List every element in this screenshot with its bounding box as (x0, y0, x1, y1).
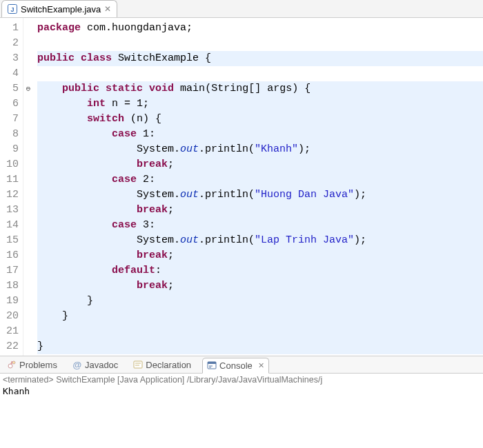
code-line[interactable]: System.out.println("Khanh"); (37, 142, 483, 157)
code-content[interactable]: package com.huongdanjava;public class Sw… (33, 18, 483, 356)
line-number: 9 (6, 142, 19, 157)
editor-tab-active[interactable]: J SwitchExample.java ✕ (1, 0, 117, 17)
editor-tab-label: SwitchExample.java (21, 4, 101, 14)
code-line[interactable]: package com.huongdanjava; (37, 21, 483, 36)
fold-spacer (23, 157, 33, 172)
code-line[interactable] (37, 66, 483, 81)
line-number: 19 (6, 294, 19, 309)
declaration-icon (133, 360, 143, 369)
line-number: 6 (6, 96, 19, 112)
java-file-icon: J (8, 4, 17, 14)
svg-point-4 (12, 361, 15, 364)
tab-label: Problems (19, 360, 57, 370)
line-number: 20 (6, 309, 19, 324)
line-number: 8 (6, 127, 19, 142)
fold-toggle-icon[interactable]: ⊖ (23, 81, 33, 96)
line-number: 12 (6, 187, 19, 203)
fold-spacer (23, 218, 33, 233)
fold-spacer (23, 248, 33, 263)
code-line[interactable]: public class SwitchExample { (37, 51, 483, 66)
line-number: 2 (6, 36, 19, 51)
tab-javadoc[interactable]: @Javadoc (68, 358, 122, 372)
code-line[interactable] (37, 36, 483, 51)
code-line[interactable]: } (37, 294, 483, 309)
line-number: 14 (6, 218, 19, 233)
fold-spacer (23, 112, 33, 127)
line-number: 4 (6, 66, 19, 81)
problems-icon (7, 360, 17, 369)
code-line[interactable]: break; (37, 157, 483, 172)
fold-spacer (23, 187, 33, 203)
tab-label: Declaration (146, 360, 191, 370)
code-line[interactable] (37, 324, 483, 339)
code-line[interactable]: } (37, 309, 483, 324)
line-number: 5 (6, 81, 19, 96)
fold-spacer (23, 233, 33, 248)
console-output: Khanh (3, 386, 480, 396)
fold-spacer (23, 309, 33, 324)
line-number: 17 (6, 263, 19, 278)
fold-spacer (23, 263, 33, 278)
line-number: 21 (6, 324, 19, 339)
fold-spacer (23, 294, 33, 309)
line-number: 15 (6, 233, 19, 248)
line-number: 11 (6, 172, 19, 187)
code-line[interactable]: public static void main(String[] args) { (37, 81, 483, 96)
tab-label: Console (219, 360, 253, 371)
svg-point-2 (8, 364, 12, 368)
line-number: 7 (6, 112, 19, 127)
code-line[interactable]: switch (n) { (37, 112, 483, 127)
code-line[interactable]: int n = 1; (37, 96, 483, 112)
fold-spacer (23, 21, 33, 36)
svg-rect-9 (208, 362, 216, 364)
fold-spacer (23, 142, 33, 157)
svg-text:J: J (10, 6, 14, 13)
console-status: <terminated> SwitchExample [Java Applica… (3, 375, 480, 385)
fold-gutter: ⊖ (23, 18, 33, 356)
line-number: 18 (6, 278, 19, 294)
javadoc-icon: @ (72, 360, 82, 369)
code-line[interactable]: } (37, 339, 483, 354)
line-number-gutter: 12345678910111213141516171819202122 (0, 18, 23, 356)
code-line[interactable]: case 1: (37, 127, 483, 142)
fold-spacer (23, 172, 33, 187)
fold-spacer (23, 278, 33, 294)
fold-spacer (23, 339, 33, 354)
tab-console[interactable]: Console✕ (202, 358, 269, 374)
code-line[interactable]: break; (37, 203, 483, 218)
tab-problems[interactable]: Problems (3, 358, 61, 372)
fold-spacer (23, 36, 33, 51)
code-line[interactable]: break; (37, 248, 483, 263)
code-editor[interactable]: 12345678910111213141516171819202122 ⊖ pa… (0, 18, 483, 356)
line-number: 16 (6, 248, 19, 263)
fold-spacer (23, 51, 33, 66)
line-number: 10 (6, 157, 19, 172)
editor-tab-bar: J SwitchExample.java ✕ (0, 0, 483, 18)
code-line[interactable]: System.out.println("Huong Dan Java"); (37, 187, 483, 203)
tab-label: Javadoc (85, 360, 118, 370)
svg-rect-5 (134, 361, 142, 368)
fold-spacer (23, 203, 33, 218)
close-icon[interactable]: ✕ (258, 361, 264, 370)
line-number: 3 (6, 51, 19, 66)
tab-declaration[interactable]: Declaration (129, 358, 195, 372)
console-panel: <terminated> SwitchExample [Java Applica… (0, 374, 483, 398)
fold-spacer (23, 324, 33, 339)
code-line[interactable]: case 2: (37, 172, 483, 187)
line-number: 1 (6, 21, 19, 36)
code-line[interactable]: break; (37, 278, 483, 294)
views-tab-bar: Problems@JavadocDeclarationConsole✕ (0, 356, 483, 374)
fold-spacer (23, 96, 33, 112)
code-line[interactable]: case 3: (37, 218, 483, 233)
fold-spacer (23, 66, 33, 81)
code-line[interactable]: default: (37, 263, 483, 278)
console-icon (207, 360, 217, 370)
line-number: 22 (6, 339, 19, 354)
fold-spacer (23, 127, 33, 142)
close-icon[interactable]: ✕ (104, 4, 111, 14)
code-line[interactable]: System.out.println("Lap Trinh Java"); (37, 233, 483, 248)
line-number: 13 (6, 203, 19, 218)
